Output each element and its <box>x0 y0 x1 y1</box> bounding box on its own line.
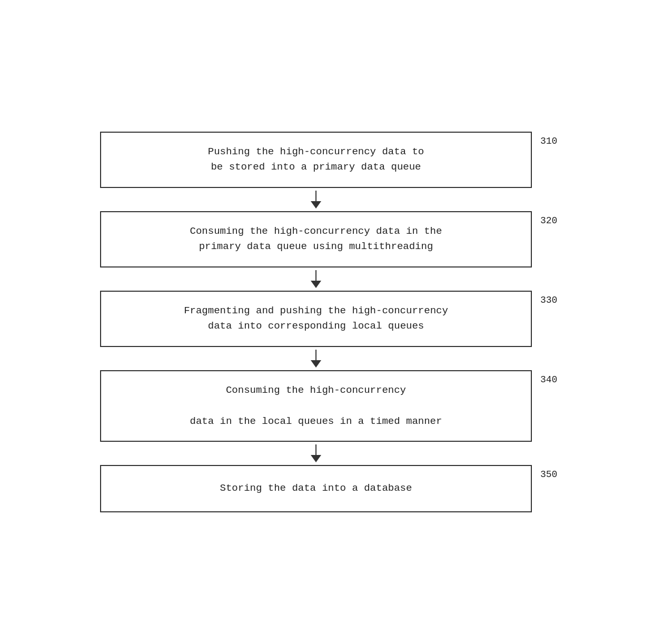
step-box-330: Fragmenting and pushing the high-concurr… <box>100 291 532 347</box>
step-row-330: Fragmenting and pushing the high-concurr… <box>100 291 553 347</box>
step-row-340: Consuming the high-concurrency data in t… <box>100 370 553 442</box>
step-row-350: Storing the data into a database 350 <box>100 465 553 512</box>
step-label-340: 340 <box>540 370 557 385</box>
diagram-container: Pushing the high-concurrency data to be … <box>90 111 563 533</box>
arrow-3 <box>100 347 553 370</box>
step-box-350: Storing the data into a database <box>100 465 532 512</box>
step-label-330: 330 <box>540 291 557 305</box>
step-text-340: Consuming the high-concurrency data in t… <box>190 383 442 429</box>
step-row-320: Consuming the high-concurrency data in t… <box>100 211 553 267</box>
arrow-connector-4 <box>100 442 532 465</box>
arrow-head-1 <box>311 201 321 209</box>
arrow-line-4 <box>315 444 316 455</box>
arrow-head-2 <box>311 281 321 288</box>
arrow-head-4 <box>311 455 321 462</box>
step-box-320: Consuming the high-concurrency data in t… <box>100 211 532 267</box>
step-text-350: Storing the data into a database <box>220 481 412 496</box>
arrow-2 <box>100 267 553 291</box>
step-row-310: Pushing the high-concurrency data to be … <box>100 132 553 188</box>
arrow-connector-1 <box>100 188 532 211</box>
step-text-320: Consuming the high-concurrency data in t… <box>190 224 442 255</box>
arrow-connector-2 <box>100 267 532 291</box>
step-label-350: 350 <box>540 465 557 480</box>
step-text-310: Pushing the high-concurrency data to be … <box>208 144 424 175</box>
step-box-310: Pushing the high-concurrency data to be … <box>100 132 532 188</box>
arrow-connector-3 <box>100 347 532 370</box>
arrow-1 <box>100 188 553 211</box>
arrow-line-2 <box>315 270 316 281</box>
step-text-330: Fragmenting and pushing the high-concurr… <box>184 303 448 334</box>
arrow-line-1 <box>315 191 316 201</box>
step-label-320: 320 <box>540 211 557 226</box>
arrow-4 <box>100 442 553 465</box>
step-box-340: Consuming the high-concurrency data in t… <box>100 370 532 442</box>
arrow-line-3 <box>315 350 316 360</box>
step-label-310: 310 <box>540 132 557 146</box>
arrow-head-3 <box>311 360 321 368</box>
